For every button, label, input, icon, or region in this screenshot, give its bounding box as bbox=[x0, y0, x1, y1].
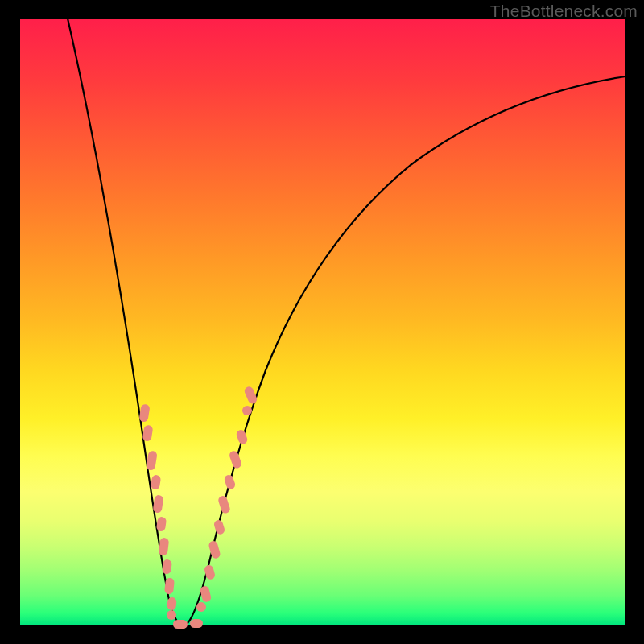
svg-rect-1 bbox=[142, 424, 153, 441]
svg-point-13 bbox=[196, 602, 206, 612]
svg-point-10 bbox=[167, 610, 176, 620]
svg-rect-11 bbox=[173, 620, 188, 629]
svg-rect-20 bbox=[229, 450, 243, 469]
chart-frame: TheBottleneck.com bbox=[0, 0, 644, 644]
svg-rect-3 bbox=[151, 474, 162, 489]
svg-rect-7 bbox=[162, 559, 172, 574]
svg-rect-12 bbox=[190, 619, 203, 628]
svg-rect-21 bbox=[235, 428, 249, 445]
svg-rect-2 bbox=[146, 450, 158, 470]
beads-left bbox=[138, 403, 176, 620]
curve-left-branch bbox=[68, 19, 180, 624]
svg-point-22 bbox=[242, 406, 252, 415]
svg-rect-14 bbox=[200, 585, 213, 603]
svg-rect-6 bbox=[159, 537, 170, 555]
svg-rect-19 bbox=[223, 474, 236, 491]
svg-rect-4 bbox=[153, 494, 164, 513]
svg-rect-5 bbox=[156, 516, 167, 531]
svg-rect-17 bbox=[213, 519, 226, 535]
curve-right-branch bbox=[187, 76, 625, 624]
curve-layer bbox=[0, 0, 644, 644]
svg-rect-0 bbox=[138, 403, 150, 422]
svg-rect-18 bbox=[217, 495, 231, 514]
